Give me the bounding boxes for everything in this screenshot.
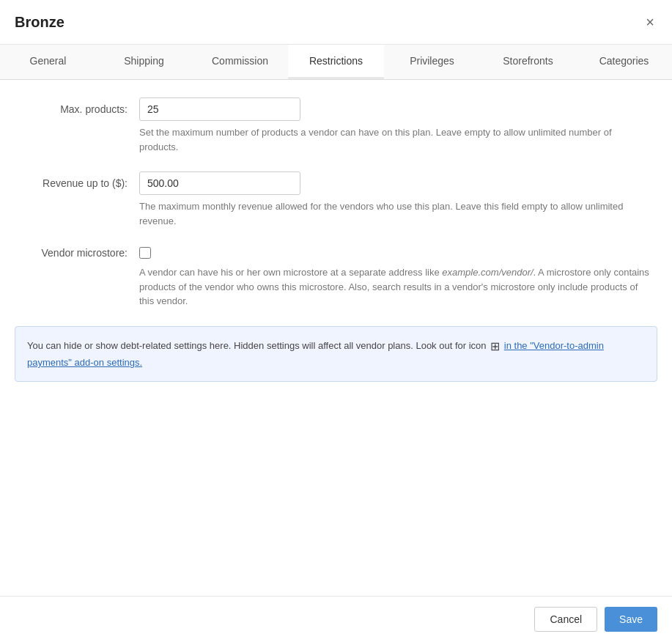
tab-categories[interactable]: Categories	[576, 45, 672, 79]
info-box: You can hide or show debt-related settin…	[15, 326, 657, 382]
vendor-payments-icon: ⊞	[490, 337, 500, 356]
tab-shipping[interactable]: Shipping	[96, 45, 192, 79]
vendor-microstore-checkbox[interactable]	[139, 247, 151, 259]
vendor-microstore-field: A vendor can have his or her own microst…	[139, 246, 657, 309]
revenue-row: Revenue up to ($): The maximum monthly r…	[15, 171, 657, 228]
microstore-help-italic: example.com/vendor/	[442, 267, 533, 278]
cancel-button[interactable]: Cancel	[534, 607, 597, 632]
revenue-input[interactable]	[139, 171, 300, 195]
revenue-field: The maximum monthly revenue allowed for …	[139, 171, 657, 228]
max-products-field: Set the maximum number of products a ven…	[139, 97, 657, 154]
tab-bar: General Shipping Commission Restrictions…	[0, 45, 672, 80]
vendor-microstore-help: A vendor can have his or her own microst…	[139, 265, 652, 309]
max-products-row: Max. products: Set the maximum number of…	[15, 97, 657, 154]
info-box-text: You can hide or show debt-related settin…	[27, 340, 487, 351]
vendor-microstore-label: Vendor microstore:	[15, 246, 139, 259]
modal-title: Bronze	[15, 14, 64, 31]
microstore-help-text-1: A vendor can have his or her own microst…	[139, 267, 442, 278]
vendor-microstore-row: Vendor microstore: A vendor can have his…	[15, 246, 657, 309]
max-products-help: Set the maximum number of products a ven…	[139, 125, 652, 154]
tab-privileges[interactable]: Privileges	[384, 45, 480, 79]
tab-storefronts[interactable]: Storefronts	[480, 45, 576, 79]
save-button[interactable]: Save	[605, 607, 657, 632]
close-button[interactable]: ×	[643, 12, 657, 32]
max-products-input[interactable]	[139, 97, 300, 121]
tab-restrictions[interactable]: Restrictions	[288, 45, 384, 79]
revenue-label: Revenue up to ($):	[15, 171, 139, 189]
tab-commission[interactable]: Commission	[192, 45, 288, 79]
max-products-label: Max. products:	[15, 97, 139, 115]
revenue-help: The maximum monthly revenue allowed for …	[139, 199, 652, 228]
tab-general[interactable]: General	[0, 45, 96, 79]
modal-body: Max. products: Set the maximum number of…	[0, 80, 672, 596]
modal-header: Bronze ×	[0, 0, 672, 45]
modal-footer: Cancel Save	[0, 596, 672, 642]
modal-container: Bronze × General Shipping Commission Res…	[0, 0, 672, 642]
